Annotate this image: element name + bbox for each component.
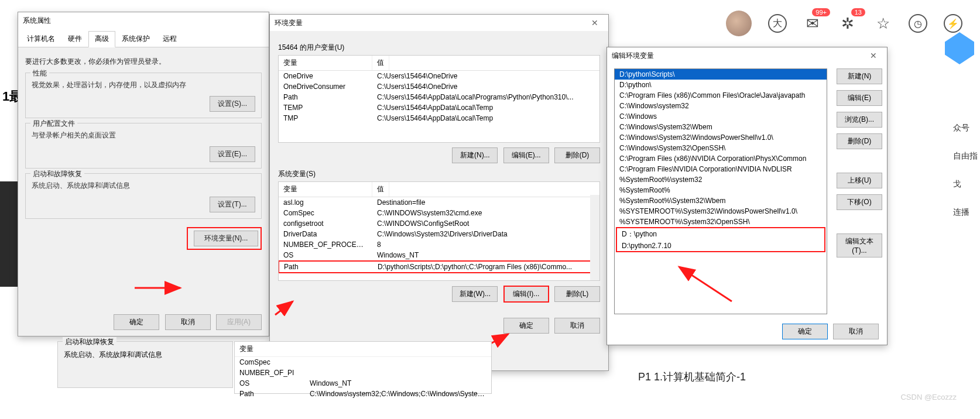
d1u-desc: 系统启动、系统故障和调试信息	[64, 350, 227, 360]
list-item[interactable]: %SYSTEMROOT%\System32\WindowsPowerShell\…	[615, 206, 827, 217]
d1-apply-button[interactable]: 应用(A)	[216, 314, 262, 330]
sys-vars-table[interactable]: 变量值 asl.logDestination=fileComSpecC:\WIN…	[278, 181, 600, 281]
top-toolbar: 大 ✉99+ ✲13 ☆ ◷ ⚡	[726, 11, 962, 36]
d3-new-button[interactable]: 新建(N)	[837, 68, 882, 84]
table-row[interactable]: OneDriveConsumerC:\Users\15464\OneDrive	[279, 81, 599, 92]
sys-edit-button[interactable]: 编辑(I)...	[503, 286, 549, 303]
d2-ok-button[interactable]: 确定	[503, 318, 549, 334]
col-var2: 变量	[279, 182, 372, 197]
list-item[interactable]: C:\Program Files (x86)\Common Files\Orac…	[615, 90, 827, 101]
list-item[interactable]: D：\python	[617, 228, 824, 241]
table-row[interactable]: ComSpecC:\WINDOWS\system32\cmd.exe	[279, 208, 599, 218]
star-icon[interactable]: ☆	[873, 14, 892, 33]
d1-cancel-button[interactable]: 取消	[165, 314, 211, 330]
user-del-button[interactable]: 删除(D)	[554, 147, 600, 163]
bolt-icon[interactable]: ⚡	[944, 14, 962, 33]
d3-title: 编辑环境变量	[612, 51, 654, 61]
table-row[interactable]: NUMBER_OF_PROCESSORS8	[279, 239, 599, 250]
env-vars-button[interactable]: 环境变量(N)...	[194, 231, 258, 246]
list-item[interactable]: D:\python2.7.10	[617, 241, 824, 251]
list-item[interactable]: D:\python\Scripts\	[615, 69, 827, 80]
group-startup: 启动和故障恢复 系统启动、系统故障和调试信息 设置(T)...	[25, 173, 262, 219]
edit-env-var-dialog: 编辑环境变量 ✕ D:\python\Scripts\D:\python\C:\…	[606, 47, 888, 345]
table-row: ComSpec	[235, 357, 491, 368]
big-icon[interactable]: 大	[768, 14, 787, 33]
tab-remote[interactable]: 远程	[156, 31, 183, 47]
sys-scrollbar[interactable]	[590, 195, 599, 280]
table-row[interactable]: TMPC:\Users\15464\AppData\Local\Temp	[279, 113, 599, 123]
user-new-button[interactable]: 新建(N)...	[452, 147, 498, 163]
settings-t-button[interactable]: 设置(T)...	[210, 197, 255, 212]
list-item[interactable]: %SystemRoot%\system32	[615, 174, 827, 185]
d1-ok-button[interactable]: 确定	[114, 314, 159, 330]
d3-text-button[interactable]: 编辑文本(T)...	[837, 233, 882, 257]
d2-title: 环境变量	[275, 18, 303, 28]
d3-browse-button[interactable]: 浏览(B)...	[837, 112, 882, 128]
tab-hardware[interactable]: 硬件	[61, 31, 88, 47]
list-item[interactable]: C:\Program Files (x86)\NVIDIA Corporatio…	[615, 153, 827, 164]
list-item[interactable]: %SystemRoot%	[615, 185, 827, 195]
group-userprofile: 用户配置文件 与登录帐户相关的桌面设置 设置(E)...	[25, 123, 262, 169]
list-item[interactable]: C:\Windows\System32\OpenSSH\	[615, 143, 827, 153]
list-item[interactable]: C:\Windows	[615, 111, 827, 122]
table-row[interactable]: configsetrootC:\WINDOWS\ConfigSetRoot	[279, 218, 599, 229]
col-var: 变量	[279, 56, 372, 70]
d3-close-icon[interactable]: ✕	[865, 51, 882, 60]
d3-edit-button[interactable]: 编辑(E)	[837, 90, 882, 106]
settings-e-button[interactable]: 设置(E)...	[210, 146, 255, 162]
d3-up-button[interactable]: 上移(U)	[837, 173, 882, 188]
list-item[interactable]: D:\python\	[615, 80, 827, 90]
d3-del-button[interactable]: 删除(D)	[837, 133, 882, 149]
fan-icon[interactable]: ✲13	[838, 14, 857, 33]
user-vars-label: 15464 的用户变量(U)	[278, 43, 600, 53]
d2-titlebar: 环境变量 ✕	[270, 15, 608, 31]
settings-s-button[interactable]: 设置(S)...	[210, 96, 255, 112]
user-vars-table[interactable]: 变量值 OneDriveC:\Users\15464\OneDriveOneDr…	[278, 55, 600, 143]
d1-tabs: 计算机名 硬件 高级 系统保护 远程	[18, 29, 269, 47]
group-userprofile-desc: 与登录帐户相关的桌面设置	[32, 130, 255, 140]
table-row[interactable]: PathD:\python\Scripts\;D:\python\;C:\Pro…	[278, 260, 600, 273]
list-item[interactable]: C:\Windows\System32\Wbem	[615, 122, 827, 132]
group-performance-desc: 视觉效果，处理器计划，内存使用，以及虚拟内存	[32, 80, 255, 90]
d3-down-button[interactable]: 下移(O)	[837, 194, 882, 210]
list-item[interactable]: C:\Program Files\NVIDIA Corporation\NVID…	[615, 164, 827, 174]
table-row[interactable]: OSWindows_NT	[279, 250, 599, 260]
table-row[interactable]: DriverDataC:\Windows\System32\Drivers\Dr…	[279, 229, 599, 239]
clock-icon[interactable]: ◷	[909, 14, 927, 33]
col-val2: 值	[372, 182, 389, 197]
env-vars-dialog: 环境变量 ✕ 15464 的用户变量(U) 变量值 OneDriveC:\Use…	[269, 14, 609, 371]
list-item[interactable]: C:\Windows\System32\WindowsPowerShell\v1…	[615, 132, 827, 143]
d1-titlebar: 系统属性	[18, 12, 269, 29]
under-dialog-1: 启动和故障恢复 系统启动、系统故障和调试信息	[57, 341, 233, 388]
list-item[interactable]: %SystemRoot%\System32\Wbem	[615, 195, 827, 206]
table-row[interactable]: OneDriveC:\Users\15464\OneDrive	[279, 71, 599, 81]
table-row[interactable]: TEMPC:\Users\15464\AppData\Local\Temp	[279, 102, 599, 113]
d2-close-icon[interactable]: ✕	[586, 18, 604, 28]
sys-del-button[interactable]: 删除(L)	[554, 286, 600, 302]
d1u-title: 启动和故障恢复	[63, 337, 116, 347]
d2-cancel-button[interactable]: 取消	[554, 318, 600, 334]
path-list[interactable]: D:\python\Scripts\D:\python\C:\Program F…	[614, 68, 827, 314]
d2u-header: 变量	[235, 342, 491, 357]
d1-footer: 确定 取消 应用(A)	[110, 314, 262, 330]
tab-advanced[interactable]: 高级	[88, 31, 115, 47]
table-row[interactable]: PathC:\Users\15464\AppData\Local\Program…	[279, 92, 599, 102]
sys-vars-label: 系统变量(S)	[278, 169, 600, 179]
table-row[interactable]: asl.logDestination=file	[279, 197, 599, 208]
tab-system-protection[interactable]: 系统保护	[115, 31, 156, 47]
table-row: NUMBER_OF_PI	[235, 368, 491, 378]
d3-cancel-button[interactable]: 取消	[833, 324, 879, 339]
list-item[interactable]: C:\Windows\system32	[615, 101, 827, 111]
table-row: PathC:\Windows\system32;C:\Windows;C:\Wi…	[235, 389, 491, 399]
sys-new-button[interactable]: 新建(W)...	[452, 286, 498, 302]
bluebird-icon[interactable]	[945, 32, 974, 64]
fan-badge: 13	[851, 8, 865, 16]
d1-title: 系统属性	[23, 16, 51, 26]
d3-ok-button[interactable]: 确定	[782, 324, 828, 339]
list-item[interactable]: %SYSTEMROOT%\System32\OpenSSH\	[615, 217, 827, 227]
tab-computer-name[interactable]: 计算机名	[20, 31, 61, 47]
avatar[interactable]	[726, 11, 752, 36]
user-edit-button[interactable]: 编辑(E)...	[503, 147, 549, 163]
system-properties-dialog: 系统属性 计算机名 硬件 高级 系统保护 远程 要进行大多数更改，你必须作为管理…	[18, 12, 269, 336]
mail-icon[interactable]: ✉99+	[803, 14, 822, 33]
